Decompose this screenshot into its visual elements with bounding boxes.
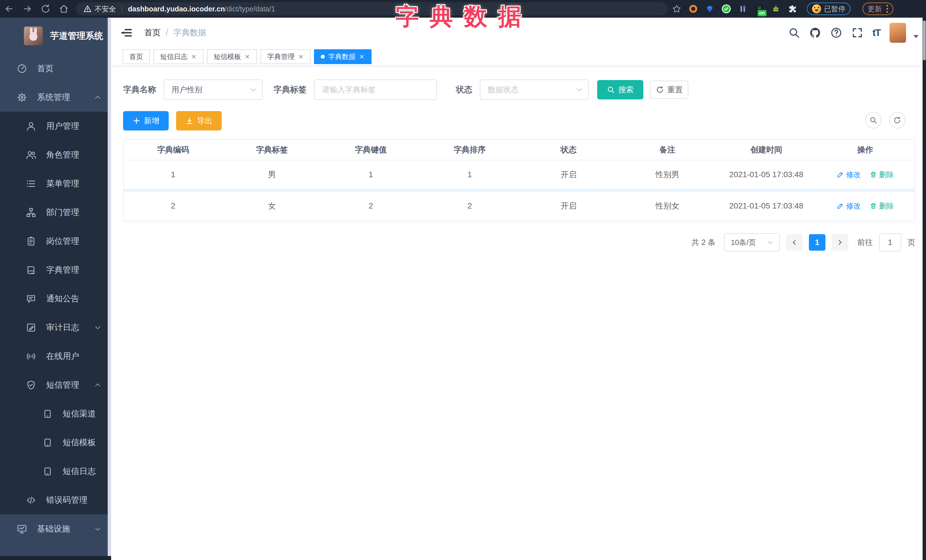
edit-link[interactable]: 修改 xyxy=(837,170,861,180)
refresh-table-button[interactable] xyxy=(889,112,905,128)
sidebar-item-sms[interactable]: 短信管理 xyxy=(0,371,111,399)
fullscreen-icon[interactable] xyxy=(851,27,863,39)
sidebar-item-posts[interactable]: 岗位管理 xyxy=(0,227,111,255)
forward-icon[interactable] xyxy=(22,4,32,14)
sidebar-scrollbar[interactable] xyxy=(108,18,111,560)
profile-paused-button[interactable]: 已暂停 xyxy=(807,3,850,15)
dict-name-select[interactable]: 用户性别 xyxy=(163,80,263,100)
sidebar-item-notice[interactable]: 通知公告 xyxy=(0,284,111,313)
page-size-select[interactable]: 10条/页 xyxy=(724,233,780,252)
on-badge: on xyxy=(758,10,766,16)
sidebar-item-departments[interactable]: 部门管理 xyxy=(0,198,111,227)
sidebar-item-system[interactable]: 系统管理 xyxy=(0,83,111,112)
tab-label: 短信日志 xyxy=(160,52,188,61)
sidebar-item-error-code[interactable]: 错误码管理 xyxy=(0,486,111,515)
extension-robot-icon[interactable] xyxy=(771,4,781,14)
extension-sliders-icon[interactable] xyxy=(738,4,747,14)
hide-search-button[interactable] xyxy=(865,112,882,128)
column-header: 字典排序 xyxy=(420,145,519,155)
tab-close-icon[interactable] xyxy=(244,54,250,60)
sidebar-item-label: 字典管理 xyxy=(46,264,79,276)
tab-close-icon[interactable] xyxy=(359,54,365,60)
font-size-icon[interactable]: tT xyxy=(872,27,881,38)
sidebar-logo[interactable]: 芋道管理系统 xyxy=(0,18,111,54)
sidebar-item-roles[interactable]: 角色管理 xyxy=(0,140,111,169)
sidebar-item-audit-log[interactable]: 审计日志 xyxy=(0,313,111,342)
sidebar-item-sms-channel[interactable]: 短信渠道 xyxy=(0,399,111,428)
phone-icon xyxy=(42,409,53,419)
sidebar-item-sms-template[interactable]: 短信模板 xyxy=(0,428,111,457)
sidebar-item-dict[interactable]: 字典管理 xyxy=(0,255,111,284)
page-scrollbar-thumb[interactable] xyxy=(923,21,926,60)
delete-link[interactable]: 删除 xyxy=(870,201,894,211)
sidebar-item-label: 短信日志 xyxy=(63,466,96,477)
column-header: 状态 xyxy=(519,145,618,155)
total-count: 共 2 条 xyxy=(691,237,716,248)
search-button[interactable]: 搜索 xyxy=(597,80,643,100)
goto-page-input[interactable] xyxy=(879,233,901,252)
extension-on-badge-icon[interactable]: on xyxy=(755,4,764,14)
sidebar-item-label: 角色管理 xyxy=(46,149,79,161)
browser-update-button[interactable]: 更新 xyxy=(862,3,893,15)
github-icon[interactable] xyxy=(809,27,821,39)
browser-menu-kebab-icon[interactable] xyxy=(887,5,888,13)
cell-remark: 性别男 xyxy=(618,169,717,180)
next-page-button[interactable] xyxy=(832,234,848,251)
status-select[interactable]: 数据状态 xyxy=(480,80,589,100)
reload-icon[interactable] xyxy=(41,4,51,14)
sidebar-item-label: 岗位管理 xyxy=(46,235,79,247)
extensions-puzzle-icon[interactable] xyxy=(788,4,797,14)
extension-green-check-icon[interactable] xyxy=(722,4,731,14)
reset-button[interactable]: 重置 xyxy=(650,81,688,99)
tab-sms-template[interactable]: 短信模板 xyxy=(207,49,257,64)
dict-tag-label: 字典标签 xyxy=(274,84,307,95)
sidebar-item-infrastructure[interactable]: 基础设施 xyxy=(0,515,111,543)
tab-dict-data[interactable]: 字典数据 xyxy=(314,49,372,64)
sidebar-collapse-icon[interactable] xyxy=(120,27,133,39)
add-button[interactable]: 新增 xyxy=(123,111,169,130)
cell-actions: 修改 删除 xyxy=(816,170,915,180)
user-menu-caret-icon[interactable] xyxy=(914,35,918,38)
search-icon[interactable] xyxy=(788,27,800,39)
cell-status: 开启 xyxy=(519,201,618,211)
sidebar-item-home[interactable]: 首页 xyxy=(0,54,111,83)
goto-label: 前往 xyxy=(857,237,873,248)
sidebar-item-users[interactable]: 用户管理 xyxy=(0,112,111,140)
edit-link[interactable]: 修改 xyxy=(837,201,861,211)
sidebar-item-label: 在线用户 xyxy=(46,351,79,362)
tab-close-icon[interactable] xyxy=(298,54,304,60)
sidebar-item-online-users[interactable]: 在线用户 xyxy=(0,342,111,371)
breadcrumb-home[interactable]: 首页 xyxy=(144,27,161,38)
page-scrollbar[interactable] xyxy=(923,18,926,560)
user-avatar[interactable] xyxy=(890,23,906,43)
extension-blue-gem-icon[interactable] xyxy=(705,4,714,14)
tab-home[interactable]: 首页 xyxy=(123,49,150,64)
home-icon[interactable] xyxy=(59,4,69,14)
tab-dict-manage[interactable]: 字典管理 xyxy=(260,49,310,64)
page-number-button[interactable]: 1 xyxy=(809,234,825,251)
help-icon[interactable] xyxy=(830,27,842,39)
dict-tag-input[interactable] xyxy=(322,86,429,94)
export-button[interactable]: 导出 xyxy=(176,111,222,130)
sidebar-item-sms-log[interactable]: 短信日志 xyxy=(0,457,111,486)
delete-link[interactable]: 删除 xyxy=(870,170,894,180)
address-bar[interactable]: 不安全 dashboard.yudao.iocoder.cn /dict/typ… xyxy=(76,2,668,15)
tab-close-icon[interactable] xyxy=(191,54,197,60)
bookmark-star-icon[interactable] xyxy=(672,4,682,14)
status-label: 状态 xyxy=(456,84,472,95)
table-header-row: 字典编码 字典标签 字典键值 字典排序 状态 备注 创建时间 操作 xyxy=(124,140,915,160)
chevron-down-icon xyxy=(94,324,101,331)
badge-icon xyxy=(26,236,36,247)
sidebar-bottom-strip xyxy=(0,556,111,560)
cell-code: 1 xyxy=(124,170,222,179)
dict-tag-field[interactable] xyxy=(314,80,437,100)
sidebar-item-label: 首页 xyxy=(37,63,54,74)
breadcrumb-separator: / xyxy=(166,28,168,37)
back-icon[interactable] xyxy=(4,4,14,14)
tab-sms-log[interactable]: 短信日志 xyxy=(153,49,203,64)
sidebar-item-menus[interactable]: 菜单管理 xyxy=(0,169,111,198)
column-header: 字典编码 xyxy=(124,145,222,155)
extension-orange-ring-icon[interactable] xyxy=(688,4,698,14)
column-header: 字典键值 xyxy=(321,145,420,155)
prev-page-button[interactable] xyxy=(786,234,803,251)
